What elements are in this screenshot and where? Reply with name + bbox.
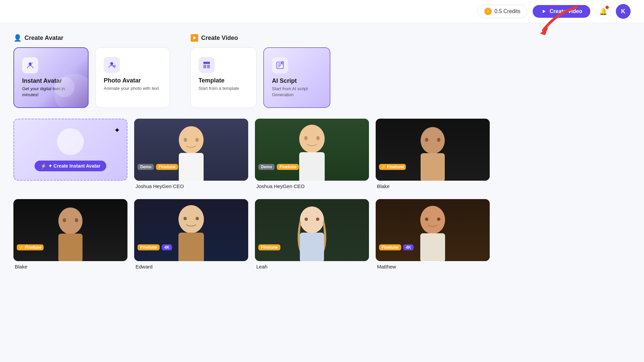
avatar-name-6: Leah (255, 264, 369, 273)
create-avatar-section: 👤 Create Avatar + Instant Avatar (13, 34, 170, 108)
coin-icon: ⚡ (484, 8, 492, 15)
avatar-name-4: Blake (13, 264, 127, 273)
avatar-name-3: Blake (376, 183, 490, 192)
finetune-coin-badge-4: ⚡ Finetune (17, 244, 44, 250)
badge-row-6: Finetune (258, 244, 280, 250)
finetune-badge-6: Finetune (258, 244, 280, 250)
credits-label: 0.5 Credits (494, 8, 520, 14)
instant-avatar-card[interactable]: + Instant Avatar Get your digital twin i… (13, 47, 89, 108)
avatar-item-5[interactable]: Finetune 4K (134, 199, 248, 261)
create-instant-card[interactable]: ✦ ⚡ ✦ Create Instant Avatar (13, 119, 127, 181)
template-title: Template (199, 77, 248, 84)
avatar-item-wrap-4: ⚡ Finetune Blake (13, 199, 127, 273)
svg-rect-39 (420, 233, 445, 261)
video-section-icon: ▶️ (190, 34, 199, 42)
avatar-item-wrap-6: Finetune Leah (255, 199, 369, 273)
4k-badge-7: 4K (403, 244, 414, 250)
svg-point-25 (437, 138, 440, 142)
svg-point-1 (29, 62, 32, 65)
avatar-section-icon: 👤 (13, 34, 22, 42)
avatar-item-wrap-7: Finetune 4K Matthew (376, 199, 490, 273)
svg-rect-31 (178, 233, 204, 261)
4k-badge-5: 4K (162, 244, 172, 250)
create-video-section: ▶️ Create Video Template Start from a te… (190, 34, 330, 108)
person-svg-4 (37, 199, 104, 261)
avatar-item-3[interactable]: ⚡ Finetune (376, 119, 490, 181)
badge-row-1: Demo Finetune (138, 164, 178, 170)
avatar-item-1[interactable]: Demo Finetune (134, 119, 248, 181)
svg-point-37 (316, 218, 319, 221)
person-svg-2 (278, 119, 345, 181)
finetune-coin-badge: ⚡ Finetune (379, 164, 406, 170)
svg-rect-35 (300, 233, 324, 261)
ai-script-icon: AI (272, 57, 288, 73)
avatar-item-2[interactable]: Demo Finetune (255, 119, 369, 181)
svg-rect-27 (58, 234, 83, 261)
template-card[interactable]: Template Start from a template (190, 47, 257, 108)
create-avatar-header: 👤 Create Avatar (13, 34, 170, 42)
person-svg-7 (399, 199, 466, 261)
svg-rect-15 (179, 153, 204, 181)
svg-point-20 (304, 136, 308, 140)
avatar-item-4[interactable]: ⚡ Finetune (13, 199, 127, 261)
ai-script-title: AI Script (272, 77, 322, 84)
demo-badge-2: Demo (258, 164, 275, 170)
header: ⚡ 0.5 Credits Create Video 🔔 K (0, 0, 644, 23)
create-instant-avatar-button[interactable]: ⚡ ✦ Create Instant Avatar (35, 161, 107, 171)
badge-row-2: Demo Finetune (258, 164, 299, 170)
create-video-button[interactable]: Create Video (533, 5, 590, 18)
avatar-item-wrap-1: Demo Finetune Joshua HeyGen CEO (134, 119, 248, 192)
create-instant-label: ✦ Create Instant Avatar (48, 163, 101, 169)
svg-point-26 (58, 207, 83, 234)
ai-script-desc: Start from AI script Generation (272, 86, 322, 98)
coin-small-icon: ⚡ (41, 163, 46, 169)
badge-row-7: Finetune 4K (379, 244, 414, 250)
create-avatar-title: Create Avatar (24, 35, 63, 42)
create-video-title: Create Video (201, 35, 238, 42)
avatar-name-2: Joshua HeyGen CEO (255, 183, 369, 192)
credits-button[interactable]: ⚡ 0.5 Credits (477, 5, 527, 18)
svg-point-17 (196, 138, 199, 142)
svg-text:AI: AI (282, 62, 284, 64)
top-sections-row: 👤 Create Avatar + Instant Avatar (13, 34, 631, 108)
photo-avatar-title: Photo Avatar (104, 77, 161, 84)
user-initial: K (621, 8, 626, 15)
notifications-button[interactable]: 🔔 (596, 4, 610, 19)
svg-point-36 (305, 218, 308, 221)
svg-rect-5 (203, 62, 210, 64)
avatar-item-7[interactable]: Finetune 4K (376, 199, 490, 261)
person-svg-1 (161, 120, 221, 181)
notification-dot (605, 6, 609, 9)
video-icon (541, 8, 547, 14)
person-svg-5 (158, 199, 225, 261)
avatar-item-6[interactable]: Finetune (255, 199, 369, 261)
svg-point-29 (75, 218, 78, 222)
badge-row-4: ⚡ Finetune (17, 244, 44, 250)
avatar-name-1: Joshua HeyGen CEO (134, 183, 248, 192)
main-content: 👤 Create Avatar + Instant Avatar (0, 23, 644, 284)
svg-point-34 (300, 206, 324, 233)
svg-point-3 (110, 62, 113, 65)
sparkle-icon: ✦ (114, 126, 120, 135)
svg-point-22 (421, 127, 445, 154)
user-avatar-button[interactable]: K (616, 4, 631, 19)
svg-point-40 (425, 218, 428, 221)
svg-point-14 (179, 126, 204, 154)
svg-rect-19 (299, 152, 325, 181)
avatar-name-7: Matthew (376, 264, 490, 273)
svg-point-33 (196, 217, 199, 220)
svg-point-28 (63, 218, 66, 222)
badge-row-3: ⚡ Finetune (379, 164, 406, 170)
avatar-cards: + Instant Avatar Get your digital twin i… (13, 47, 170, 108)
svg-point-38 (420, 206, 445, 234)
create-video-label: Create Video (549, 8, 582, 14)
svg-text:+: + (32, 61, 33, 65)
photo-avatar-icon (104, 57, 120, 73)
svg-point-30 (178, 205, 204, 233)
ai-script-card[interactable]: AI AI Script Start from AI script Genera… (263, 47, 330, 108)
finetune-badge-5: Finetune (138, 244, 160, 250)
badge-row-5: Finetune 4K (138, 244, 172, 250)
avatar-grid: ✦ ⚡ ✦ Create Instant Avatar (13, 119, 631, 273)
photo-avatar-card[interactable]: Photo Avatar Animate your photo with tex… (95, 47, 170, 108)
svg-rect-6 (203, 65, 206, 68)
